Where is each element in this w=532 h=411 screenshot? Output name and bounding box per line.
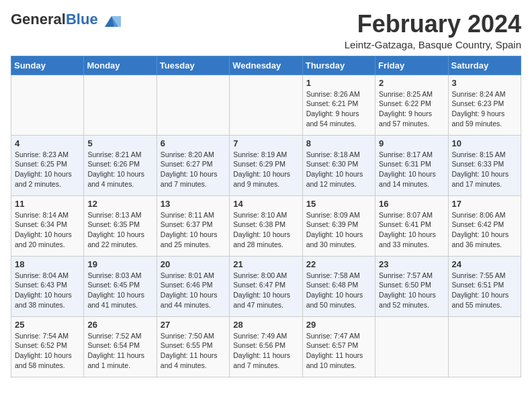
calendar-cell: 8Sunrise: 8:18 AMSunset: 6:30 PMDaylight… [302,135,375,195]
day-info: Sunrise: 8:18 AMSunset: 6:30 PMDaylight:… [306,150,371,189]
day-number: 13 [161,199,226,209]
calendar-cell [375,316,448,377]
day-info: Sunrise: 8:17 AMSunset: 6:31 PMDaylight:… [379,150,444,189]
day-number: 29 [306,320,371,330]
calendar-cell: 29Sunrise: 7:47 AMSunset: 6:57 PMDayligh… [302,316,375,377]
calendar-cell: 10Sunrise: 8:15 AMSunset: 6:33 PMDayligh… [448,135,521,195]
day-info: Sunrise: 8:06 AMSunset: 6:42 PMDaylight:… [452,210,517,250]
calendar-cell [448,316,521,377]
calendar-cell: 19Sunrise: 8:03 AMSunset: 6:45 PMDayligh… [84,256,157,316]
weekday-header: Tuesday [157,56,229,75]
calendar-cell: 17Sunrise: 8:06 AMSunset: 6:42 PMDayligh… [448,195,521,256]
calendar-header: SundayMondayTuesdayWednesdayThursdayFrid… [11,56,521,75]
day-info: Sunrise: 8:11 AMSunset: 6:37 PMDaylight:… [161,210,226,250]
calendar-cell: 16Sunrise: 8:07 AMSunset: 6:41 PMDayligh… [375,195,448,256]
calendar-cell: 7Sunrise: 8:19 AMSunset: 6:29 PMDaylight… [230,135,302,195]
day-info: Sunrise: 8:21 AMSunset: 6:26 PMDaylight:… [87,150,152,189]
calendar-week-row: 18Sunrise: 8:04 AMSunset: 6:43 PMDayligh… [11,256,521,316]
day-number: 22 [306,259,371,269]
day-number: 2 [379,78,444,88]
day-info: Sunrise: 8:01 AMSunset: 6:46 PMDaylight:… [161,271,226,310]
calendar-body: 1Sunrise: 8:26 AMSunset: 6:21 PMDaylight… [11,75,521,377]
calendar-cell [11,75,84,135]
day-number: 16 [379,199,444,209]
day-number: 9 [379,138,444,148]
logo-blue: Blue [66,11,98,28]
day-info: Sunrise: 8:09 AMSunset: 6:39 PMDaylight:… [306,210,371,250]
day-number: 23 [379,259,444,269]
calendar-cell: 26Sunrise: 7:52 AMSunset: 6:54 PMDayligh… [84,316,157,377]
day-number: 15 [306,199,371,209]
calendar-cell: 21Sunrise: 8:00 AMSunset: 6:47 PMDayligh… [230,256,302,316]
weekday-header: Sunday [11,56,84,75]
day-info: Sunrise: 7:57 AMSunset: 6:50 PMDaylight:… [379,271,444,310]
day-number: 4 [15,138,80,148]
calendar-cell: 11Sunrise: 8:14 AMSunset: 6:34 PMDayligh… [11,195,84,256]
calendar-cell: 23Sunrise: 7:57 AMSunset: 6:50 PMDayligh… [375,256,448,316]
logo-general: General [11,11,66,28]
day-number: 7 [233,138,298,148]
day-info: Sunrise: 7:55 AMSunset: 6:51 PMDaylight:… [452,271,517,310]
day-number: 10 [452,138,517,148]
calendar-week-row: 25Sunrise: 7:54 AMSunset: 6:52 PMDayligh… [11,316,521,377]
day-info: Sunrise: 8:04 AMSunset: 6:43 PMDaylight:… [15,271,80,310]
day-info: Sunrise: 8:15 AMSunset: 6:33 PMDaylight:… [452,150,517,189]
calendar-week-row: 4Sunrise: 8:23 AMSunset: 6:25 PMDaylight… [11,135,521,195]
day-info: Sunrise: 8:13 AMSunset: 6:35 PMDaylight:… [87,210,152,250]
day-info: Sunrise: 8:03 AMSunset: 6:45 PMDaylight:… [87,271,152,310]
weekday-header: Thursday [302,56,375,75]
day-number: 20 [161,259,226,269]
calendar-cell: 25Sunrise: 7:54 AMSunset: 6:52 PMDayligh… [11,316,84,377]
day-number: 14 [233,199,298,209]
calendar-cell: 12Sunrise: 8:13 AMSunset: 6:35 PMDayligh… [84,195,157,256]
logo: GeneralBlue [11,11,121,28]
day-info: Sunrise: 8:19 AMSunset: 6:29 PMDaylight:… [233,150,298,189]
month-title: February 2024 [345,11,521,38]
calendar-cell: 14Sunrise: 8:10 AMSunset: 6:38 PMDayligh… [230,195,302,256]
calendar-cell: 22Sunrise: 7:58 AMSunset: 6:48 PMDayligh… [302,256,375,316]
calendar-table: SundayMondayTuesdayWednesdayThursdayFrid… [11,56,521,377]
day-number: 27 [161,320,226,330]
day-number: 1 [306,78,371,88]
location-title: Leintz-Gatzaga, Basque Country, Spain [345,39,521,50]
calendar-cell [230,75,302,135]
day-info: Sunrise: 8:07 AMSunset: 6:41 PMDaylight:… [379,210,444,250]
calendar-cell [157,75,229,135]
calendar-cell [84,75,157,135]
calendar-week-row: 1Sunrise: 8:26 AMSunset: 6:21 PMDaylight… [11,75,521,135]
calendar-week-row: 11Sunrise: 8:14 AMSunset: 6:34 PMDayligh… [11,195,521,256]
day-number: 21 [233,259,298,269]
header-row: SundayMondayTuesdayWednesdayThursdayFrid… [11,56,521,75]
day-info: Sunrise: 8:23 AMSunset: 6:25 PMDaylight:… [15,150,80,189]
day-info: Sunrise: 8:14 AMSunset: 6:34 PMDaylight:… [15,210,80,250]
day-info: Sunrise: 7:52 AMSunset: 6:54 PMDaylight:… [87,331,152,371]
day-number: 8 [306,138,371,148]
day-number: 12 [87,199,152,209]
calendar-cell: 18Sunrise: 8:04 AMSunset: 6:43 PMDayligh… [11,256,84,316]
logo-icon [102,15,121,28]
day-number: 11 [15,199,80,209]
day-info: Sunrise: 8:10 AMSunset: 6:38 PMDaylight:… [233,210,298,250]
calendar-cell: 15Sunrise: 8:09 AMSunset: 6:39 PMDayligh… [302,195,375,256]
day-number: 5 [87,138,152,148]
day-info: Sunrise: 8:20 AMSunset: 6:27 PMDaylight:… [161,150,226,189]
calendar-cell: 20Sunrise: 8:01 AMSunset: 6:46 PMDayligh… [157,256,229,316]
calendar-cell: 13Sunrise: 8:11 AMSunset: 6:37 PMDayligh… [157,195,229,256]
weekday-header: Friday [375,56,448,75]
day-number: 19 [87,259,152,269]
day-number: 26 [87,320,152,330]
calendar-cell: 1Sunrise: 8:26 AMSunset: 6:21 PMDaylight… [302,75,375,135]
day-number: 17 [452,199,517,209]
day-number: 24 [452,259,517,269]
day-info: Sunrise: 8:00 AMSunset: 6:47 PMDaylight:… [233,271,298,310]
day-info: Sunrise: 7:58 AMSunset: 6:48 PMDaylight:… [306,271,371,310]
day-info: Sunrise: 7:49 AMSunset: 6:56 PMDaylight:… [233,331,298,371]
calendar-cell: 3Sunrise: 8:24 AMSunset: 6:23 PMDaylight… [448,75,521,135]
calendar-cell: 9Sunrise: 8:17 AMSunset: 6:31 PMDaylight… [375,135,448,195]
day-number: 25 [15,320,80,330]
calendar-cell: 5Sunrise: 8:21 AMSunset: 6:26 PMDaylight… [84,135,157,195]
day-info: Sunrise: 7:50 AMSunset: 6:55 PMDaylight:… [161,331,226,371]
day-number: 3 [452,78,517,88]
day-number: 6 [161,138,226,148]
calendar-cell: 4Sunrise: 8:23 AMSunset: 6:25 PMDaylight… [11,135,84,195]
